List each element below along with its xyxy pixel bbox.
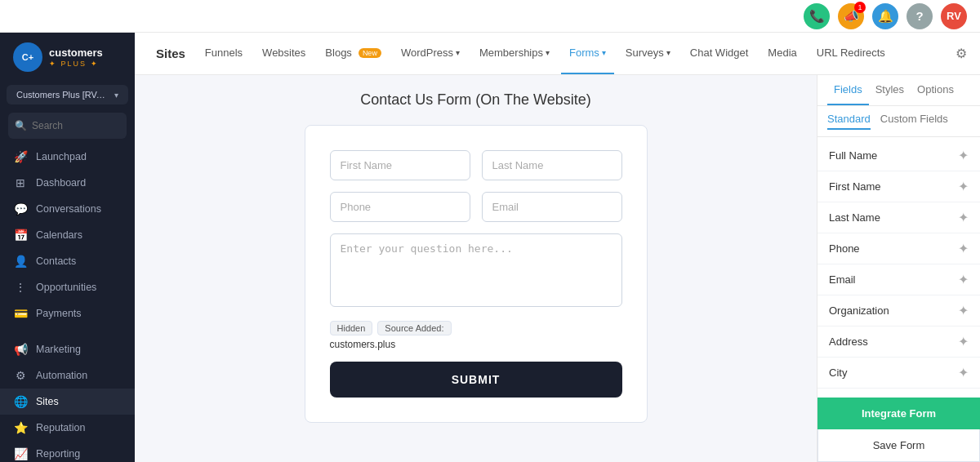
submit-button[interactable]: SUBMIT (330, 362, 622, 398)
field-label: Email (829, 273, 856, 286)
nav-blogs[interactable]: Blogs New (317, 33, 390, 74)
drag-handle-icon[interactable]: ✦ (958, 272, 969, 287)
nav-media[interactable]: Media (760, 33, 804, 74)
sidebar-item-conversations[interactable]: 💬 Conversations (0, 196, 135, 222)
sidebar-item-label: Sites (36, 396, 59, 407)
navbar-settings-icon[interactable]: ⚙ (956, 46, 967, 61)
phone-input[interactable] (330, 192, 470, 222)
surveys-label: Surveys (626, 47, 664, 59)
subtab-standard[interactable]: Standard (827, 113, 871, 130)
nav-wordpress[interactable]: WordPress ▾ (393, 33, 468, 74)
field-label: Full Name (829, 149, 877, 162)
form-title: Contact Us Form (On The Website) (360, 91, 590, 109)
sidebar-item-sites[interactable]: 🌐 Sites (0, 389, 135, 415)
user-avatar[interactable]: RV (941, 3, 967, 29)
reputation-icon: ⭐ (13, 421, 28, 434)
nav-memberships[interactable]: Memberships ▾ (471, 33, 558, 74)
nav-websites[interactable]: Websites (254, 33, 314, 74)
drag-handle-icon[interactable]: ✦ (958, 241, 969, 256)
field-item-email[interactable]: Email ✦ (817, 264, 980, 295)
search-icon: 🔍 (15, 120, 27, 131)
field-item-address[interactable]: Address ✦ (817, 327, 980, 358)
field-item-city[interactable]: City ✦ (817, 358, 980, 389)
help-icon[interactable]: ? (906, 3, 933, 29)
dashboard-icon: ⊞ (13, 176, 28, 189)
sidebar-item-opportunities[interactable]: ⋮ Opportunities (0, 274, 135, 300)
dropdown-chevron-icon: ▾ (602, 48, 606, 57)
megaphone-icon[interactable]: 📣 1 (838, 3, 864, 29)
bell-icon[interactable]: 🔔 (872, 3, 898, 29)
sidebar-item-automation[interactable]: ⚙ Automation (0, 362, 135, 389)
drag-handle-icon[interactable]: ✦ (958, 334, 969, 349)
field-item-first-name[interactable]: First Name ✦ (817, 171, 980, 202)
integrate-form-button[interactable]: Integrate Form (817, 398, 980, 429)
save-form-button[interactable]: Save Form (817, 429, 980, 462)
tab-fields[interactable]: Fields (827, 75, 869, 105)
subtab-custom-fields[interactable]: Custom Fields (880, 113, 948, 130)
right-panel: Fields Styles Options Standard Custom Fi… (817, 75, 980, 462)
sidebar-item-label: Opportunities (36, 282, 96, 293)
nav-chat-widget[interactable]: Chat Widget (682, 33, 757, 74)
marketing-icon: 📢 (13, 343, 28, 356)
last-name-input[interactable] (482, 150, 622, 180)
memberships-label: Memberships (479, 47, 543, 59)
sidebar-item-reporting[interactable]: 📈 Reporting (0, 441, 135, 462)
launchpad-icon: 🚀 (13, 150, 28, 163)
sidebar-item-dashboard[interactable]: ⊞ Dashboard (0, 170, 135, 196)
field-item-organization[interactable]: Organization ✦ (817, 295, 980, 327)
logo-name: customers (49, 47, 103, 60)
notification-badge: 1 (854, 2, 866, 13)
question-textarea[interactable] (330, 233, 622, 307)
field-label: Phone (829, 242, 860, 255)
calendars-icon: 📅 (13, 229, 28, 242)
phone-icon[interactable]: 📞 (804, 3, 830, 29)
nav-surveys[interactable]: Surveys ▾ (617, 33, 679, 74)
sidebar-item-contacts[interactable]: 👤 Contacts (0, 248, 135, 274)
sidebar-item-reputation[interactable]: ⭐ Reputation (0, 415, 135, 441)
nav-url-redirects[interactable]: URL Redirects (808, 33, 893, 74)
field-label: City (829, 366, 847, 379)
automation-icon: ⚙ (13, 369, 28, 382)
tab-styles[interactable]: Styles (869, 75, 911, 105)
field-item-last-name[interactable]: Last Name ✦ (817, 202, 980, 233)
sidebar-item-payments[interactable]: 💳 Payments (0, 300, 135, 327)
url-redirects-label: URL Redirects (817, 47, 885, 59)
nav-funnels[interactable]: Funnels (197, 33, 251, 74)
blogs-label: Blogs (325, 47, 352, 59)
email-input[interactable] (482, 192, 622, 222)
drag-handle-icon[interactable]: ✦ (958, 148, 969, 163)
sidebar-item-label: Contacts (36, 255, 76, 267)
sidebar: C+ customers ✦ PLUS ✦ Customers Plus [RV… (0, 33, 135, 462)
sidebar-item-marketing[interactable]: 📢 Marketing (0, 336, 135, 362)
field-item-phone[interactable]: Phone ✦ (817, 233, 980, 264)
drag-handle-icon[interactable]: ✦ (958, 303, 969, 318)
sites-icon: 🌐 (13, 395, 28, 408)
sidebar-item-label: Automation (36, 370, 87, 381)
sidebar-item-calendars[interactable]: 📅 Calendars (0, 222, 135, 248)
workspace-name: Customers Plus [RV.Cust... (16, 90, 106, 100)
sidebar-item-launchpad[interactable]: 🚀 Launchpad (0, 144, 135, 170)
drag-handle-icon[interactable]: ✦ (958, 210, 969, 225)
first-name-field (330, 150, 470, 180)
workspace-selector[interactable]: Customers Plus [RV.Cust... ▾ (7, 85, 128, 104)
websites-label: Websites (262, 47, 305, 59)
drag-handle-icon[interactable]: ✦ (958, 365, 969, 380)
drag-handle-icon[interactable]: ✦ (958, 179, 969, 194)
form-row-2 (330, 192, 622, 222)
nav-forms[interactable]: Forms ▾ (561, 33, 614, 74)
hidden-tag: Hidden (330, 321, 373, 335)
page-title: Sites (148, 42, 194, 65)
top-bar: 📞 📣 1 🔔 ? RV (0, 0, 980, 33)
first-name-input[interactable] (330, 150, 470, 180)
form-canvas: Contact Us Form (On The Website) (135, 75, 817, 462)
field-label: Organization (829, 304, 889, 317)
field-list: Full Name ✦ First Name ✦ Last Name ✦ Pho… (817, 137, 980, 398)
field-label: Last Name (829, 211, 880, 224)
phone-field (330, 192, 470, 222)
sidebar-item-label: Launchpad (36, 151, 87, 162)
field-item-full-name[interactable]: Full Name ✦ (817, 140, 980, 171)
search-input[interactable] (32, 120, 135, 131)
tab-options[interactable]: Options (911, 75, 960, 105)
email-field (482, 192, 622, 222)
field-item-state[interactable]: State ✦ (817, 389, 980, 398)
